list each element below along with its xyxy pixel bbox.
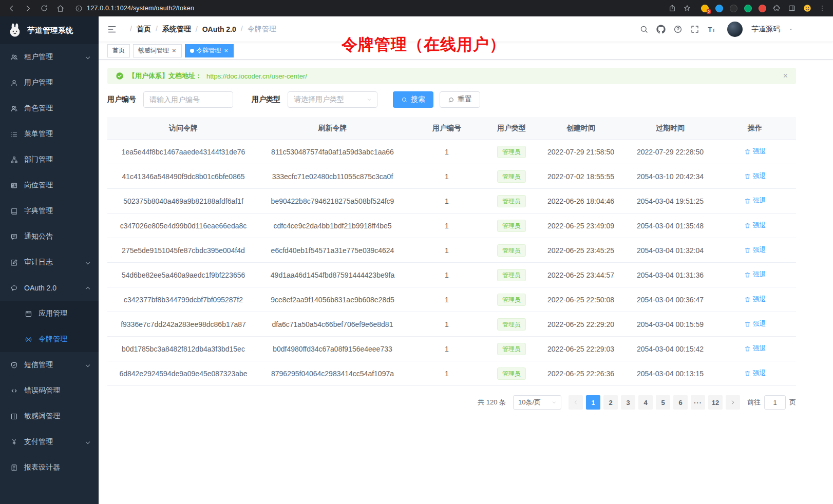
cell-expire-time: 2022-07-29 22:28:50	[627, 148, 714, 156]
address-bar[interactable]: 127.0.0.1:1024/system/oauth2/token	[75, 5, 194, 12]
user-menu-caret-icon[interactable]	[788, 26, 794, 32]
font-size-icon[interactable]: TT	[707, 25, 716, 34]
extension-icon[interactable]	[744, 5, 752, 12]
sidebar-item[interactable]: 应用管理	[0, 301, 99, 326]
page-info-icon[interactable]	[75, 5, 83, 12]
force-logout-label: 强退	[753, 196, 766, 205]
extensions-puzzle-icon[interactable]	[773, 4, 781, 12]
fullscreen-icon[interactable]	[690, 25, 699, 34]
browser-back-icon[interactable]	[7, 4, 16, 13]
next-page-button[interactable]	[726, 395, 740, 410]
force-logout-button[interactable]: 强退	[744, 196, 766, 205]
breadcrumb-item[interactable]: 首页	[125, 25, 151, 34]
page-number-button[interactable]: 3	[621, 395, 635, 410]
tab-close-icon[interactable]: ×	[224, 47, 229, 54]
sidebar-item[interactable]: 通知公告	[0, 224, 99, 249]
app-logo[interactable]: 芋道管理系统	[0, 16, 99, 44]
page-number-button[interactable]: 4	[638, 395, 653, 410]
cell-refresh-token: be90422b8c7946218275a508bf524fc9	[259, 197, 406, 205]
reset-button[interactable]: 重置	[440, 91, 480, 108]
header-search-icon[interactable]	[639, 25, 649, 34]
url-text[interactable]: 127.0.0.1:1024/system/oauth2/token	[87, 5, 194, 12]
cell-user-id: 1	[406, 320, 488, 328]
extension-icon[interactable]	[715, 5, 723, 12]
tags-view: 首页 敏感词管理 × 令牌管理 ×	[99, 42, 833, 60]
browser-reload-icon[interactable]	[40, 4, 48, 12]
browser-forward-icon[interactable]	[24, 4, 32, 13]
github-icon[interactable]	[656, 25, 666, 34]
view-tab[interactable]: 敏感词管理 ×	[133, 44, 182, 57]
page-size-select[interactable]: 10条/页	[513, 395, 561, 410]
arrow-left-icon	[573, 399, 579, 405]
tab-close-icon[interactable]: ×	[172, 47, 177, 54]
breadcrumb-item[interactable]: 系统管理	[151, 25, 191, 34]
sidebar-item[interactable]: 支付管理	[0, 429, 99, 455]
sidebar-item[interactable]: 令牌管理	[0, 326, 99, 352]
sidebar-item[interactable]: 菜单管理	[0, 121, 99, 147]
search-button[interactable]: 搜索	[393, 91, 433, 108]
force-logout-button[interactable]: 强退	[744, 245, 766, 255]
page-number-button[interactable]: 12	[708, 395, 723, 410]
breadcrumb-item[interactable]: 令牌管理	[236, 25, 276, 34]
force-logout-button[interactable]: 强退	[744, 171, 766, 181]
dict-icon	[10, 207, 18, 215]
extension-icon[interactable]: 0	[701, 5, 709, 12]
tenant-icon	[10, 53, 18, 61]
sidebar-item[interactable]: 字典管理	[0, 198, 99, 224]
sidebar-item[interactable]: 部门管理	[0, 147, 99, 172]
cell-access-token: 502375b8040a469a9b82188afdf6af1f	[107, 197, 259, 205]
profile-avatar-icon[interactable]	[803, 4, 812, 13]
page-number-button[interactable]: 6	[673, 395, 688, 410]
force-logout-button[interactable]: 强退	[744, 270, 766, 279]
tab-label: 首页	[112, 46, 125, 55]
user-type-select[interactable]: 请选择用户类型	[288, 91, 377, 108]
trash-icon	[744, 272, 751, 278]
force-logout-button[interactable]: 强退	[744, 295, 766, 304]
user-id-input[interactable]	[143, 91, 233, 108]
extension-icon[interactable]	[730, 5, 737, 12]
user-avatar[interactable]	[727, 22, 743, 37]
force-logout-button[interactable]: 强退	[744, 319, 766, 328]
page-number-button[interactable]: 2	[603, 395, 618, 410]
doc-link[interactable]: https://doc.iocoder.cn/user-center/	[206, 72, 307, 80]
cell-user-type: 管理员	[488, 367, 535, 380]
page-number-button[interactable]: 5	[656, 395, 670, 410]
browser-menu-icon[interactable]	[819, 5, 826, 12]
user-name[interactable]: 芋道源码	[751, 25, 780, 34]
goto-page-input[interactable]	[764, 395, 786, 410]
breadcrumb-item[interactable]: OAuth 2.0	[191, 25, 236, 33]
bookmark-star-icon[interactable]	[683, 4, 691, 12]
force-logout-button[interactable]: 强退	[744, 221, 766, 230]
sidebar-toggle-icon[interactable]	[107, 24, 117, 34]
sidebar-item[interactable]: 租户管理	[0, 44, 99, 70]
table-row: c347026e805e4d99b0d116eae66eda8c cdfc4ce…	[107, 214, 796, 238]
page-number-button[interactable]: 1	[586, 395, 600, 410]
force-logout-button[interactable]: 强退	[744, 344, 766, 353]
sidebar-item[interactable]: 审计日志	[0, 249, 99, 275]
view-tab[interactable]: 首页	[107, 44, 130, 57]
share-icon[interactable]	[668, 4, 676, 12]
sidebar-item[interactable]: 敏感词管理	[0, 403, 99, 429]
sidebar-item[interactable]: 错误码管理	[0, 378, 99, 403]
sidebar-item[interactable]: 岗位管理	[0, 172, 99, 198]
prev-page-button[interactable]	[569, 395, 583, 410]
force-logout-button[interactable]: 强退	[744, 369, 766, 378]
side-panel-icon[interactable]	[788, 4, 796, 12]
cell-access-token: 54d6be82ee5a460a9aedc1f9bf223656	[107, 271, 259, 279]
help-icon[interactable]	[673, 25, 683, 34]
chevron-icon	[86, 260, 90, 264]
sidebar-item[interactable]: OAuth 2.0	[0, 275, 99, 301]
sidebar-item[interactable]: 角色管理	[0, 95, 99, 121]
sidebar-item[interactable]: 报表设计器	[0, 455, 99, 480]
sidebar-item[interactable]: 短信管理	[0, 352, 99, 378]
force-logout-label: 强退	[753, 295, 766, 304]
force-logout-button[interactable]: 强退	[744, 147, 766, 156]
extension-icon[interactable]	[759, 5, 766, 12]
sidebar-item[interactable]: 用户管理	[0, 70, 99, 95]
dept-icon	[10, 156, 18, 164]
alert-close-icon[interactable]: ×	[783, 72, 788, 80]
trash-icon	[744, 345, 751, 352]
page-number-button[interactable]: ···	[691, 395, 705, 410]
browser-home-icon[interactable]	[56, 4, 65, 13]
view-tab[interactable]: 令牌管理 ×	[185, 44, 234, 57]
